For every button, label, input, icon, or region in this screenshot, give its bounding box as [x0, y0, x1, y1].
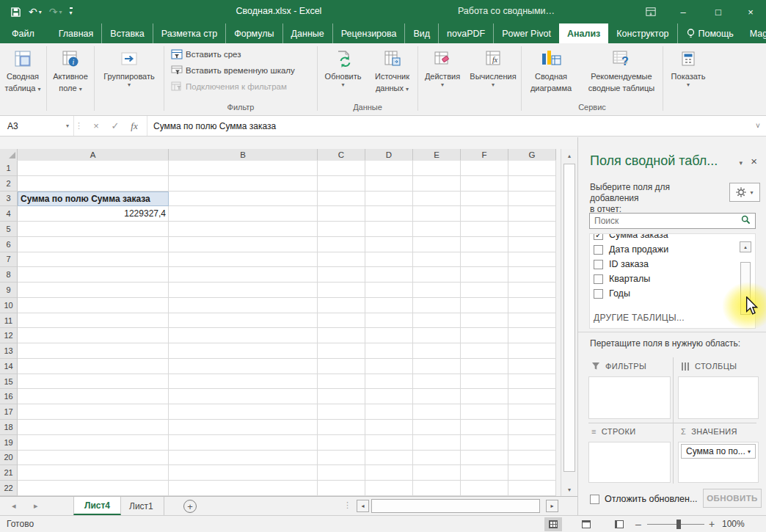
- normal-view-button[interactable]: [544, 517, 562, 531]
- cell-G2[interactable]: [508, 176, 556, 192]
- row-header-10[interactable]: 10: [0, 298, 18, 313]
- filter-connections-button[interactable]: Подключения к фильтрам: [171, 79, 287, 95]
- cell-C17[interactable]: [318, 404, 365, 420]
- cell-G4[interactable]: [508, 206, 556, 222]
- maximize-button[interactable]: □: [706, 0, 731, 23]
- cell-F7[interactable]: [461, 252, 508, 268]
- cell-C10[interactable]: [318, 298, 365, 313]
- row-header-2[interactable]: 2: [0, 176, 18, 192]
- tabbar-splitter-icon[interactable]: ⋮: [343, 500, 351, 510]
- cell-F10[interactable]: [461, 298, 508, 313]
- cell-F1[interactable]: [461, 161, 508, 176]
- cell-A18[interactable]: [18, 420, 169, 435]
- field-item-2[interactable]: Дата продажи: [590, 242, 755, 257]
- column-header-F[interactable]: F: [461, 149, 508, 161]
- cell-A8[interactable]: [18, 267, 169, 283]
- cell-C11[interactable]: [318, 313, 365, 329]
- cell-G22[interactable]: [508, 481, 556, 496]
- sheet-tab-Лист4[interactable]: Лист4: [73, 497, 121, 515]
- cell-D14[interactable]: [365, 359, 413, 374]
- row-header-7[interactable]: 7: [0, 252, 18, 268]
- cell-F15[interactable]: [461, 374, 508, 390]
- refresh-button[interactable]: Обновить ▾: [321, 46, 365, 88]
- cell-D2[interactable]: [365, 176, 413, 192]
- cell-B19[interactable]: [169, 435, 318, 451]
- cell-A19[interactable]: [18, 435, 169, 451]
- cancel-entry-icon[interactable]: ×: [87, 120, 106, 131]
- cell-A12[interactable]: [18, 328, 169, 343]
- cell-F4[interactable]: [461, 206, 508, 222]
- tab-view[interactable]: Вид: [405, 23, 439, 43]
- column-header-D[interactable]: D: [365, 149, 413, 161]
- page-break-view-button[interactable]: [610, 517, 628, 531]
- tab-analyze[interactable]: Анализ: [559, 23, 608, 43]
- cell-A20[interactable]: [18, 451, 169, 466]
- column-header-A[interactable]: A: [18, 149, 169, 161]
- name-box-dropdown-icon[interactable]: ▾: [66, 123, 69, 129]
- cell-C3[interactable]: [318, 192, 365, 207]
- pivotchart-button[interactable]: Сводная диаграмма: [525, 46, 577, 93]
- cell-B5[interactable]: [169, 222, 318, 237]
- row-header-4[interactable]: 4: [0, 206, 18, 222]
- cell-E14[interactable]: [413, 359, 461, 374]
- formula-input[interactable]: Сумма по полю Сумма заказа: [147, 116, 750, 136]
- tab-file[interactable]: Файл: [0, 23, 46, 43]
- scroll-right-icon[interactable]: ▸: [546, 500, 558, 512]
- row-header-5[interactable]: 5: [0, 222, 18, 237]
- search-input[interactable]: Поиск: [589, 213, 756, 229]
- row-header-3[interactable]: 3: [0, 192, 18, 207]
- row-header-21[interactable]: 21: [0, 465, 18, 481]
- fields-options-button[interactable]: ▾: [729, 183, 760, 202]
- cell-D15[interactable]: [365, 374, 413, 390]
- minimize-button[interactable]: –: [671, 0, 696, 23]
- cell-A22[interactable]: [18, 481, 169, 496]
- tab-account[interactable]: Magranov...: [742, 23, 766, 43]
- cell-C4[interactable]: [318, 206, 365, 222]
- cell-F12[interactable]: [461, 328, 508, 343]
- field-list-scroll-up-icon[interactable]: ▴: [740, 241, 751, 252]
- cell-B14[interactable]: [169, 359, 318, 374]
- field-checkbox[interactable]: ✓: [594, 233, 603, 240]
- cell-C6[interactable]: [318, 237, 365, 252]
- cell-A4[interactable]: 1229327,4: [18, 206, 169, 222]
- cell-C5[interactable]: [318, 222, 365, 237]
- cell-C22[interactable]: [318, 481, 365, 496]
- cell-A10[interactable]: [18, 298, 169, 313]
- row-header-6[interactable]: 6: [0, 237, 18, 252]
- cell-C20[interactable]: [318, 451, 365, 466]
- cell-D16[interactable]: [365, 389, 413, 404]
- cell-E10[interactable]: [413, 298, 461, 313]
- column-header-E[interactable]: E: [413, 149, 461, 161]
- zoom-slider-thumb[interactable]: [676, 520, 681, 529]
- cell-D8[interactable]: [365, 267, 413, 283]
- name-box[interactable]: A3 ▾: [0, 116, 73, 136]
- cell-E21[interactable]: [413, 465, 461, 481]
- row-header-9[interactable]: 9: [0, 283, 18, 298]
- cell-C2[interactable]: [318, 176, 365, 192]
- field-checkbox[interactable]: [594, 260, 603, 269]
- row-header-20[interactable]: 20: [0, 451, 18, 466]
- insert-slicer-button[interactable]: Вставить срез: [171, 46, 241, 62]
- cell-B20[interactable]: [169, 451, 318, 466]
- scroll-left-icon[interactable]: ◂: [357, 500, 369, 512]
- update-button[interactable]: ОБНОВИТЬ: [703, 489, 762, 508]
- row-header-12[interactable]: 12: [0, 328, 18, 343]
- cell-A14[interactable]: [18, 359, 169, 374]
- cell-D5[interactable]: [365, 222, 413, 237]
- cell-D11[interactable]: [365, 313, 413, 329]
- cell-D7[interactable]: [365, 252, 413, 268]
- cell-G18[interactable]: [508, 420, 556, 435]
- row-header-14[interactable]: 14: [0, 359, 18, 374]
- add-sheet-button[interactable]: +: [183, 500, 197, 513]
- column-header-B[interactable]: B: [169, 149, 318, 161]
- zoom-in-icon[interactable]: +: [709, 518, 715, 530]
- values-field-chip[interactable]: Сумма по по... ▾: [681, 444, 756, 459]
- cell-E13[interactable]: [413, 343, 461, 359]
- undo-dropdown-icon[interactable]: ▾: [39, 9, 42, 15]
- cell-D18[interactable]: [365, 420, 413, 435]
- cell-G7[interactable]: [508, 252, 556, 268]
- cell-B16[interactable]: [169, 389, 318, 404]
- cell-G9[interactable]: [508, 283, 556, 298]
- save-icon[interactable]: [10, 7, 21, 18]
- cell-C18[interactable]: [318, 420, 365, 435]
